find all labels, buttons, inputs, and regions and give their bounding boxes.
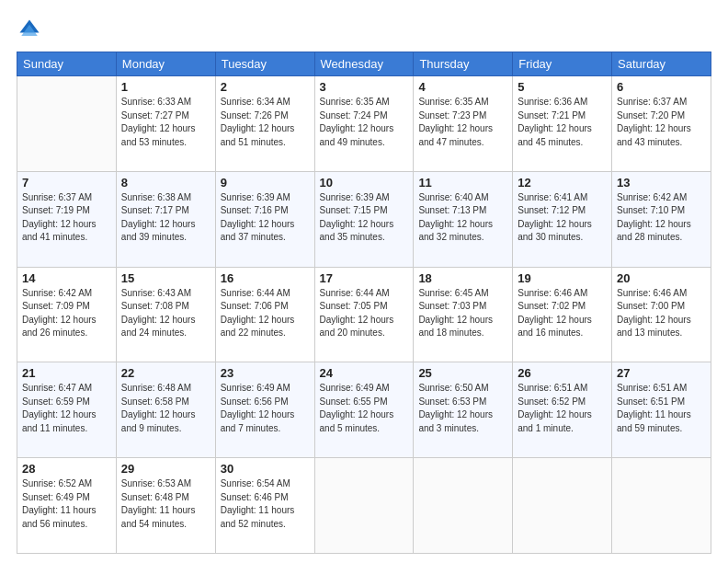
calendar-cell [612, 458, 711, 554]
header [17, 17, 711, 42]
day-info: Sunrise: 6:49 AMSunset: 6:56 PMDaylight:… [221, 382, 310, 435]
weekday-header: Friday [513, 52, 612, 76]
calendar-cell: 26Sunrise: 6:51 AMSunset: 6:52 PMDayligh… [513, 362, 612, 458]
day-info: Sunrise: 6:42 AMSunset: 7:09 PMDaylight:… [22, 287, 111, 340]
day-number: 8 [121, 176, 210, 190]
day-number: 22 [121, 366, 210, 380]
day-info: Sunrise: 6:42 AMSunset: 7:10 PMDaylight:… [617, 191, 706, 245]
day-info: Sunrise: 6:46 AMSunset: 7:02 PMDaylight:… [518, 287, 607, 340]
day-number: 27 [617, 366, 706, 380]
day-number: 18 [418, 271, 507, 285]
calendar-cell: 5Sunrise: 6:36 AMSunset: 7:21 PMDaylight… [513, 76, 612, 172]
day-info: Sunrise: 6:48 AMSunset: 6:58 PMDaylight:… [121, 382, 210, 435]
calendar-cell [17, 76, 117, 172]
calendar-cell: 30Sunrise: 6:54 AMSunset: 6:46 PMDayligh… [215, 458, 314, 554]
calendar-cell: 10Sunrise: 6:39 AMSunset: 7:15 PMDayligh… [314, 171, 414, 267]
day-info: Sunrise: 6:34 AMSunset: 7:26 PMDaylight:… [221, 96, 310, 149]
day-info: Sunrise: 6:46 AMSunset: 7:00 PMDaylight:… [617, 287, 706, 340]
day-info: Sunrise: 6:50 AMSunset: 6:53 PMDaylight:… [418, 382, 507, 435]
page: SundayMondayTuesdayWednesdayThursdayFrid… [0, 0, 728, 563]
weekday-header: Wednesday [314, 52, 414, 76]
calendar-cell: 9Sunrise: 6:39 AMSunset: 7:16 PMDaylight… [215, 171, 314, 267]
calendar-cell [414, 458, 513, 554]
day-info: Sunrise: 6:36 AMSunset: 7:21 PMDaylight:… [518, 96, 607, 149]
day-info: Sunrise: 6:38 AMSunset: 7:17 PMDaylight:… [121, 191, 210, 245]
day-info: Sunrise: 6:51 AMSunset: 6:51 PMDaylight:… [617, 382, 706, 435]
day-number: 6 [617, 80, 706, 94]
calendar-cell: 4Sunrise: 6:35 AMSunset: 7:23 PMDaylight… [414, 76, 513, 172]
day-number: 7 [22, 176, 111, 190]
weekday-header: Thursday [414, 52, 513, 76]
day-number: 30 [221, 462, 310, 476]
day-number: 19 [518, 271, 607, 285]
day-number: 28 [22, 462, 111, 476]
day-number: 2 [221, 80, 310, 94]
day-info: Sunrise: 6:49 AMSunset: 6:55 PMDaylight:… [320, 382, 409, 435]
calendar-cell: 14Sunrise: 6:42 AMSunset: 7:09 PMDayligh… [17, 267, 117, 362]
day-number: 10 [320, 176, 409, 190]
day-info: Sunrise: 6:35 AMSunset: 7:23 PMDaylight:… [418, 96, 507, 149]
day-info: Sunrise: 6:39 AMSunset: 7:15 PMDaylight:… [320, 191, 409, 245]
calendar-cell: 25Sunrise: 6:50 AMSunset: 6:53 PMDayligh… [414, 362, 513, 458]
day-info: Sunrise: 6:45 AMSunset: 7:03 PMDaylight:… [418, 287, 507, 340]
day-info: Sunrise: 6:35 AMSunset: 7:24 PMDaylight:… [320, 96, 409, 149]
day-info: Sunrise: 6:44 AMSunset: 7:06 PMDaylight:… [221, 287, 310, 340]
weekday-header: Sunday [17, 52, 117, 76]
calendar-cell: 13Sunrise: 6:42 AMSunset: 7:10 PMDayligh… [612, 171, 711, 267]
day-info: Sunrise: 6:53 AMSunset: 6:48 PMDaylight:… [121, 477, 210, 531]
calendar-cell: 16Sunrise: 6:44 AMSunset: 7:06 PMDayligh… [215, 267, 314, 362]
calendar-cell: 28Sunrise: 6:52 AMSunset: 6:49 PMDayligh… [17, 458, 117, 554]
day-info: Sunrise: 6:47 AMSunset: 6:59 PMDaylight:… [22, 382, 111, 435]
day-number: 3 [320, 80, 409, 94]
day-number: 12 [518, 176, 607, 190]
day-number: 16 [221, 271, 310, 285]
calendar-cell: 29Sunrise: 6:53 AMSunset: 6:48 PMDayligh… [116, 458, 215, 554]
day-info: Sunrise: 6:37 AMSunset: 7:20 PMDaylight:… [617, 96, 706, 149]
calendar-cell: 12Sunrise: 6:41 AMSunset: 7:12 PMDayligh… [513, 171, 612, 267]
day-number: 20 [617, 271, 706, 285]
day-info: Sunrise: 6:51 AMSunset: 6:52 PMDaylight:… [518, 382, 607, 435]
calendar-cell: 2Sunrise: 6:34 AMSunset: 7:26 PMDaylight… [215, 76, 314, 172]
calendar-cell: 15Sunrise: 6:43 AMSunset: 7:08 PMDayligh… [116, 267, 215, 362]
calendar-cell: 27Sunrise: 6:51 AMSunset: 6:51 PMDayligh… [612, 362, 711, 458]
weekday-header: Saturday [612, 52, 711, 76]
calendar-cell: 1Sunrise: 6:33 AMSunset: 7:27 PMDaylight… [116, 76, 215, 172]
calendar-cell: 19Sunrise: 6:46 AMSunset: 7:02 PMDayligh… [513, 267, 612, 362]
calendar-cell [513, 458, 612, 554]
calendar-cell: 23Sunrise: 6:49 AMSunset: 6:56 PMDayligh… [215, 362, 314, 458]
day-info: Sunrise: 6:54 AMSunset: 6:46 PMDaylight:… [221, 477, 310, 531]
calendar-cell: 24Sunrise: 6:49 AMSunset: 6:55 PMDayligh… [314, 362, 414, 458]
day-info: Sunrise: 6:40 AMSunset: 7:13 PMDaylight:… [418, 191, 507, 245]
calendar-cell: 18Sunrise: 6:45 AMSunset: 7:03 PMDayligh… [414, 267, 513, 362]
day-info: Sunrise: 6:37 AMSunset: 7:19 PMDaylight:… [22, 191, 111, 245]
day-number: 14 [22, 271, 111, 285]
day-number: 13 [617, 176, 706, 190]
day-info: Sunrise: 6:39 AMSunset: 7:16 PMDaylight:… [221, 191, 310, 245]
day-number: 1 [121, 80, 210, 94]
calendar-cell: 8Sunrise: 6:38 AMSunset: 7:17 PMDaylight… [116, 171, 215, 267]
logo [17, 17, 46, 42]
day-number: 25 [418, 366, 507, 380]
day-number: 9 [221, 176, 310, 190]
day-number: 17 [320, 271, 409, 285]
day-number: 5 [518, 80, 607, 94]
calendar-cell: 11Sunrise: 6:40 AMSunset: 7:13 PMDayligh… [414, 171, 513, 267]
calendar-cell: 22Sunrise: 6:48 AMSunset: 6:58 PMDayligh… [116, 362, 215, 458]
day-number: 11 [418, 176, 507, 190]
day-info: Sunrise: 6:44 AMSunset: 7:05 PMDaylight:… [320, 287, 409, 340]
day-number: 24 [320, 366, 409, 380]
day-number: 4 [418, 80, 507, 94]
calendar-cell: 3Sunrise: 6:35 AMSunset: 7:24 PMDaylight… [314, 76, 414, 172]
day-number: 29 [121, 462, 210, 476]
weekday-header: Monday [116, 52, 215, 76]
calendar-cell: 21Sunrise: 6:47 AMSunset: 6:59 PMDayligh… [17, 362, 117, 458]
calendar-cell: 20Sunrise: 6:46 AMSunset: 7:00 PMDayligh… [612, 267, 711, 362]
day-number: 15 [121, 271, 210, 285]
calendar-table: SundayMondayTuesdayWednesdayThursdayFrid… [17, 52, 711, 554]
day-info: Sunrise: 6:52 AMSunset: 6:49 PMDaylight:… [22, 477, 111, 531]
calendar-cell: 6Sunrise: 6:37 AMSunset: 7:20 PMDaylight… [612, 76, 711, 172]
day-info: Sunrise: 6:43 AMSunset: 7:08 PMDaylight:… [121, 287, 210, 340]
day-info: Sunrise: 6:41 AMSunset: 7:12 PMDaylight:… [518, 191, 607, 245]
day-number: 26 [518, 366, 607, 380]
day-number: 21 [22, 366, 111, 380]
